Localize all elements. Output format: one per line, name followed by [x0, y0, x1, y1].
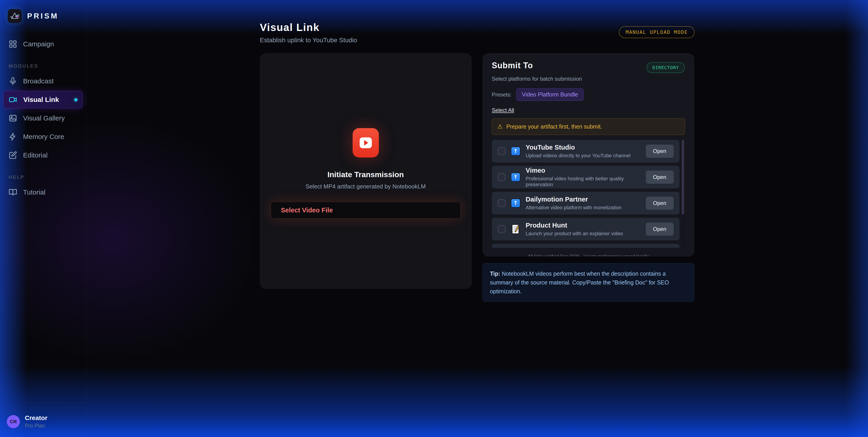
- open-youtube-studio-button[interactable]: Open: [646, 145, 674, 158]
- sidebar: PRISM Campaign MODULES Broadcast: [0, 0, 86, 437]
- list-scrollbar-thumb[interactable]: [682, 140, 684, 214]
- sidebar-item-label: Visual Link: [23, 96, 59, 103]
- uplink-heading: Initiate Transmission: [327, 170, 404, 179]
- sidebar-nav: Campaign MODULES Broadcast Visual Link: [0, 31, 86, 202]
- tip-label: Tip:: [490, 271, 500, 277]
- platform-row-product-hunt[interactable]: Product Hunt Launch your product with an…: [492, 218, 680, 241]
- upload-arrow-icon: ↑: [511, 147, 520, 156]
- youtube-icon: [352, 128, 379, 157]
- platform-description: Alternative video platform with monetiza…: [526, 205, 640, 211]
- sidebar-item-label: Memory Core: [23, 133, 64, 141]
- vimeo-checkbox[interactable]: [498, 173, 505, 181]
- uplink-subheading: Select MP4 artifact generated by Noteboo…: [306, 183, 426, 190]
- sidebar-item-label: Visual Gallery: [23, 114, 65, 122]
- user-name: Creator: [25, 414, 48, 422]
- youtube-play-icon: [360, 137, 372, 148]
- sidebar-item-label: Tutorial: [23, 188, 45, 196]
- sidebar-item-label: Editorial: [23, 151, 48, 159]
- platform-name: Product Hunt: [526, 222, 640, 229]
- platform-name: Vimeo: [526, 167, 640, 174]
- book-open-icon: [8, 188, 17, 196]
- warning-banner: ⚠ Prepare your artifact first, then subm…: [492, 118, 685, 135]
- image-icon: [8, 114, 17, 122]
- upload-arrow-icon: ↑: [511, 173, 520, 182]
- open-vimeo-button[interactable]: Open: [646, 170, 674, 184]
- select-all-link[interactable]: Select All: [492, 107, 514, 114]
- sidebar-item-broadcast[interactable]: Broadcast: [4, 72, 83, 90]
- preset-video-platform-bundle[interactable]: Video Platform Bundle: [516, 88, 584, 101]
- page-title: Visual Link: [260, 21, 357, 33]
- brand-logo[interactable]: PRISM: [0, 0, 86, 31]
- sidebar-item-visual-link[interactable]: Visual Link: [4, 91, 83, 108]
- app-window: PRISM Campaign MODULES Broadcast: [0, 0, 868, 437]
- warning-text: Prepare your artifact first, then submit…: [506, 123, 602, 130]
- prism-logo-icon: [8, 9, 22, 23]
- directory-badge: DIRECTORY: [647, 62, 685, 73]
- help-section-label: HELP: [0, 175, 86, 180]
- page-subtitle: Establish uplink to YouTube Studio: [260, 37, 357, 44]
- uplink-card: Initiate Transmission Select MP4 artifac…: [260, 53, 471, 289]
- upload-arrow-icon: ↑: [511, 198, 520, 208]
- submit-panel-subtitle: Select platforms for batch submission: [492, 76, 685, 82]
- open-dailymotion-button[interactable]: Open: [646, 196, 674, 210]
- select-video-file-button[interactable]: Select Video File: [271, 202, 461, 218]
- submit-panel: Submit To DIRECTORY Select platforms for…: [483, 53, 694, 256]
- platform-description: Upload videos directly to your YouTube c…: [526, 153, 640, 159]
- list-scrollbar-track: [682, 140, 684, 248]
- video-camera-icon: [9, 95, 18, 104]
- modules-section-label: MODULES: [0, 63, 86, 69]
- grid-icon: [8, 40, 17, 49]
- platform-row-partial[interactable]: [492, 244, 680, 248]
- edit-pencil-icon: [8, 151, 17, 159]
- presets-label: Presets:: [492, 92, 512, 98]
- platform-row-youtube-studio[interactable]: ↑ YouTube Studio Upload videos directly …: [492, 140, 680, 162]
- product-hunt-checkbox[interactable]: [498, 225, 505, 233]
- tip-text: NotebookLM videos perform best when the …: [490, 271, 669, 294]
- sidebar-item-visual-gallery[interactable]: Visual Gallery: [4, 110, 83, 127]
- dailymotion-checkbox[interactable]: [498, 199, 505, 207]
- avatar: CR: [7, 415, 20, 428]
- platform-description: Launch your product with an explainer vi…: [526, 231, 640, 237]
- list-footer-note: All links verified Dec 2025 · Usage pref…: [492, 254, 685, 256]
- platform-row-dailymotion[interactable]: ↑ Dailymotion Partner Alternative video …: [492, 192, 680, 214]
- page-header: Visual Link Establish uplink to YouTube …: [260, 21, 694, 44]
- platform-row-vimeo[interactable]: ↑ Vimeo Professional video hosting with …: [492, 166, 680, 188]
- user-plan: Pro Plan: [25, 423, 48, 429]
- platform-name: Dailymotion Partner: [526, 196, 640, 203]
- tip-box: Tip: NotebookLM videos perform best when…: [483, 263, 694, 302]
- memo-icon: [511, 224, 520, 234]
- main-area: Visual Link Establish uplink to YouTube …: [86, 0, 868, 437]
- sidebar-item-label: Campaign: [23, 40, 54, 48]
- sidebar-item-campaign[interactable]: Campaign: [4, 35, 83, 53]
- platform-description: Professional video hosting with better q…: [526, 176, 640, 188]
- submit-panel-title: Submit To: [492, 61, 533, 70]
- microphone-icon: [8, 77, 17, 85]
- sidebar-item-tutorial[interactable]: Tutorial: [4, 184, 83, 201]
- sidebar-spacer: [0, 202, 86, 408]
- brand-name: PRISM: [27, 12, 59, 20]
- manual-upload-mode-badge: MANUAL UPLOAD MODE: [619, 26, 694, 38]
- sidebar-item-label: Broadcast: [23, 77, 54, 85]
- sidebar-item-memory-core[interactable]: Memory Core: [4, 128, 83, 146]
- active-indicator-dot: [74, 98, 77, 101]
- warning-triangle-icon: ⚠: [498, 123, 503, 130]
- platform-name: YouTube Studio: [526, 144, 640, 151]
- youtube-studio-checkbox[interactable]: [498, 147, 505, 155]
- open-product-hunt-button[interactable]: Open: [646, 223, 674, 236]
- zap-icon: [8, 132, 17, 141]
- sidebar-item-editorial[interactable]: Editorial: [4, 147, 83, 164]
- platform-list: ↑ YouTube Studio Upload videos directly …: [492, 140, 685, 248]
- user-account[interactable]: CR Creator Pro Plan: [0, 408, 86, 437]
